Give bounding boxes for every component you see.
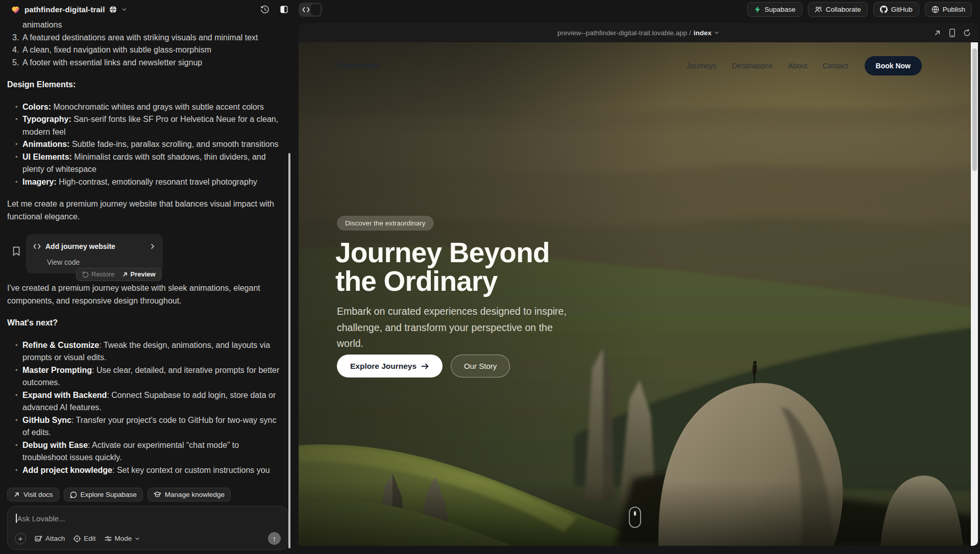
restore-icon	[82, 271, 89, 278]
manage-knowledge-button[interactable]: Manage knowledge	[148, 488, 231, 501]
site-header: Pathfinder Journeys Destinations About C…	[299, 42, 971, 89]
artifact-row: Add journey website View code Restore	[12, 234, 282, 282]
bookmark-icon[interactable]	[12, 246, 20, 282]
list-item: • Animations: Subtle fade-ins, parallax …	[7, 138, 282, 151]
site-nav: Journeys Destinations About Contact	[687, 62, 848, 70]
toggle-knob	[311, 4, 321, 15]
list-item: • Imagery: High-contrast, emotionally re…	[7, 176, 282, 189]
site-scrollbar[interactable]	[971, 42, 978, 546]
explore-journeys-button[interactable]: Explore Journeys	[337, 355, 443, 377]
preview-url-bar: preview--pathfinder-digital-trail.lovabl…	[299, 23, 978, 42]
published-globe-icon	[109, 6, 117, 13]
chat-scrollbar[interactable]	[288, 153, 290, 548]
globe-icon	[932, 6, 939, 13]
chat-bubble-icon	[70, 491, 77, 498]
top-bar: pathfinder-digital-trail	[0, 0, 980, 19]
site-logo[interactable]: Pathfinder	[337, 61, 381, 71]
chevron-right-icon	[150, 243, 156, 249]
edit-button[interactable]: Edit	[74, 535, 95, 542]
our-story-button[interactable]: Our Story	[451, 355, 510, 377]
view-code-link[interactable]: View code	[47, 256, 156, 269]
nav-journeys[interactable]: Journeys	[687, 62, 717, 70]
layout-panel-icon[interactable]	[280, 5, 288, 14]
nav-contact[interactable]: Contact	[823, 62, 848, 70]
publish-button[interactable]: Publish	[925, 2, 972, 17]
arrow-up-right-icon	[13, 491, 20, 498]
restore-button[interactable]: Restore	[82, 268, 115, 281]
quick-actions: Visit docs Explore Supabase Manage knowl…	[7, 488, 231, 501]
supabase-button[interactable]: Supabase	[747, 2, 802, 17]
explore-supabase-button[interactable]: Explore Supabase	[64, 488, 143, 501]
site-scrollbar-thumb[interactable]	[972, 48, 977, 171]
lovable-app-window: pathfinder-digital-trail	[0, 0, 980, 554]
visit-docs-button[interactable]: Visit docs	[7, 488, 59, 501]
code-icon	[33, 243, 41, 249]
project-name: pathfinder-digital-trail	[24, 5, 105, 14]
collaborate-button[interactable]: Collaborate	[808, 2, 868, 17]
refresh-icon[interactable]	[963, 29, 971, 37]
chevron-down-icon	[714, 30, 719, 35]
project-chevron-down-icon[interactable]	[121, 7, 127, 12]
list-item: • Add project knowledge: Set key context…	[7, 464, 282, 479]
lovable-heart-icon	[11, 6, 20, 14]
supabase-bolt-icon	[754, 6, 761, 13]
list-item: • Expand with Backend: Connect Supabase …	[7, 389, 282, 414]
nav-destinations[interactable]: Destinations	[732, 62, 773, 70]
nav-about[interactable]: About	[788, 62, 807, 70]
history-icon[interactable]	[260, 5, 270, 14]
chat-messages: animations 3. A featured destinations ar…	[7, 19, 282, 479]
arrow-up-right-icon	[122, 271, 128, 278]
send-button[interactable]: ↑	[268, 532, 281, 545]
scroll-indicator	[629, 507, 641, 528]
list-item: • Debug with Ease: Activate our experime…	[7, 439, 282, 464]
preview-button[interactable]: Preview	[122, 268, 156, 281]
graduation-cap-icon	[154, 491, 161, 498]
attach-image-icon	[35, 535, 42, 542]
chat-composer[interactable]: Ask Lovable... + Attach Edit	[7, 506, 288, 550]
artifact-actions: Restore Preview	[76, 268, 162, 281]
preview-url[interactable]: preview--pathfinder-digital-trail.lovabl…	[557, 29, 719, 37]
github-button[interactable]: GitHub	[873, 2, 919, 17]
hero-subtext: Embark on curated experiences designed t…	[337, 304, 582, 352]
github-icon	[880, 6, 888, 13]
list-item: • Colors: Monochromatic whites and grays…	[7, 101, 282, 114]
attach-button[interactable]: Attach	[35, 535, 65, 542]
add-button[interactable]: +	[15, 533, 26, 544]
list-item: • Master Prompting: Use clear, detailed,…	[7, 364, 282, 389]
chat-paragraph: Let me create a premium journey website …	[7, 198, 282, 223]
list-item: 4. A clean, fixed navigation with subtle…	[7, 44, 282, 57]
list-item: • Typography: San-serif fonts like SF Pr…	[7, 113, 282, 138]
hero-badge: Discover the extraordinary	[337, 216, 434, 231]
hero-headline: Journey Beyond the Ordinary	[335, 238, 550, 295]
whats-next-heading: What's next?	[7, 317, 282, 330]
website-preview: Pathfinder Journeys Destinations About C…	[299, 42, 978, 546]
list-item: 3. A featured destinations area with str…	[7, 32, 282, 44]
list-item: • Refine & Customize: Tweak the design, …	[7, 339, 282, 364]
arrow-right-icon	[421, 363, 429, 370]
chat-text-line: animations	[7, 19, 282, 32]
code-icon	[302, 7, 310, 13]
list-item: • GitHub Sync: Transfer your project's c…	[7, 414, 282, 439]
mode-selector[interactable]: Mode	[105, 535, 140, 542]
open-external-icon[interactable]	[934, 29, 941, 37]
target-icon	[74, 535, 81, 542]
chevron-down-icon	[135, 536, 140, 541]
chat-panel: animations 3. A featured destinations ar…	[0, 19, 295, 554]
preview-panel: preview--pathfinder-digital-trail.lovabl…	[299, 23, 978, 546]
book-now-button[interactable]: Book Now	[865, 56, 922, 75]
code-view-toggle[interactable]	[299, 3, 322, 17]
people-icon	[815, 6, 822, 13]
chat-paragraph: I've created a premium journey website w…	[7, 282, 282, 307]
list-item: 5. A footer with essential links and new…	[7, 57, 282, 69]
composer-input[interactable]: Ask Lovable...	[17, 514, 65, 523]
list-item: • UI Elements: Minimalist cards with sof…	[7, 151, 282, 176]
design-elements-heading: Design Elements:	[7, 79, 282, 91]
text-caret	[16, 514, 17, 523]
sliders-icon	[105, 536, 112, 542]
project-menu[interactable]: pathfinder-digital-trail	[0, 5, 127, 14]
mobile-device-icon[interactable]	[949, 29, 955, 37]
